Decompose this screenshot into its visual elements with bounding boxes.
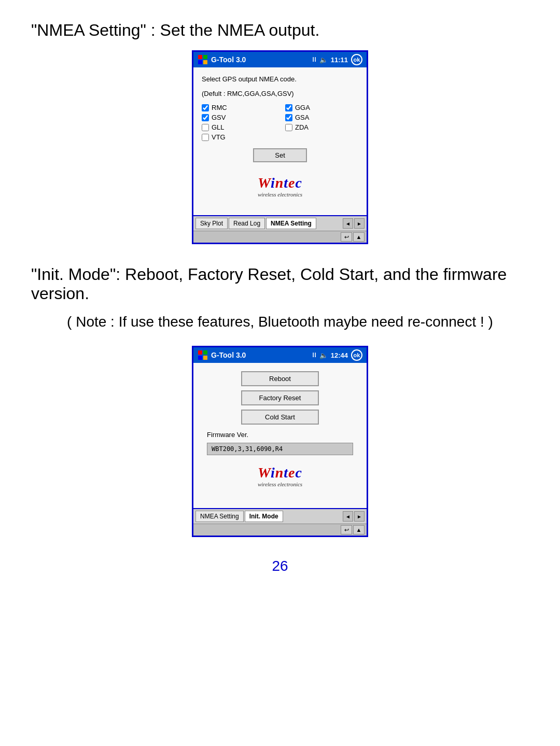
cold-start-button[interactable]: Cold Start <box>241 410 319 425</box>
tab-nav-1: ◄ ► <box>343 218 365 229</box>
svg-rect-0 <box>198 55 202 59</box>
wintec-logo-1: Wintec wireless electronics <box>258 175 302 198</box>
checkbox-vtg-input[interactable] <box>202 134 209 141</box>
svg-rect-4 <box>198 350 202 355</box>
logo-container-2: Wintec wireless electronics <box>258 459 302 492</box>
checkbox-gga[interactable]: GGA <box>285 104 358 111</box>
section1-device: G-Tool 3.0 ⁞⁞ 🔈 11:11 ok Select GPS outp… <box>31 50 529 244</box>
tab-bar-1: Sky Plot Read Log NMEA Setting ◄ ► <box>193 215 367 231</box>
title-bar-left-1: G-Tool 3.0 <box>198 54 246 65</box>
i-letter: i <box>271 175 275 191</box>
checkbox-gll-input[interactable] <box>202 124 209 131</box>
checkbox-gsa[interactable]: GSA <box>285 114 358 121</box>
reboot-button[interactable]: Reboot <box>241 371 319 386</box>
tab-bar-2: NMEA Setting Init. Mode ◄ ► <box>193 508 367 524</box>
checkbox-gsv-label: GSV <box>212 114 226 121</box>
c-letter: c <box>296 175 302 191</box>
checkbox-vtg[interactable]: VTG <box>202 133 275 141</box>
signal-icon: ⁞⁞ <box>312 56 316 63</box>
title-bar-1: G-Tool 3.0 ⁞⁞ 🔈 11:11 ok <box>193 52 367 67</box>
checkbox-gga-input[interactable] <box>285 104 292 111</box>
checkbox-rmc-input[interactable] <box>202 104 209 111</box>
ok-badge-2[interactable]: ok <box>351 349 362 361</box>
tab-nmea-setting[interactable]: NMEA Setting <box>266 218 316 229</box>
set-button-container: Set <box>202 148 358 162</box>
e-letter-2: e <box>288 465 295 481</box>
signal-icon-2: ⁞⁞ <box>312 351 316 359</box>
time-display-2: 12:44 <box>331 351 348 359</box>
factory-reset-button[interactable]: Factory Reset <box>241 390 319 405</box>
app-title-1: G-Tool 3.0 <box>211 55 246 64</box>
svg-rect-5 <box>203 350 207 355</box>
ok-badge-1[interactable]: ok <box>351 54 362 65</box>
title-bar-right-1: ⁞⁞ 🔈 11:11 ok <box>312 54 362 65</box>
init-window: G-Tool 3.0 ⁞⁞ 🔈 12:44 ok Reboot Factory … <box>192 346 368 537</box>
section1-label: "NMEA Setting" : Set the NMEA output. <box>31 21 529 40</box>
desc-line2: (Defult : RMC,GGA,GSA,GSV) <box>202 89 358 98</box>
checkbox-vtg-label: VTG <box>212 133 226 141</box>
init-content: Reboot Factory Reset Cold Start Firmware… <box>193 363 367 508</box>
wintec-main-1: Wintec <box>258 175 302 191</box>
svg-rect-6 <box>198 356 202 360</box>
checkbox-gsa-label: GSA <box>295 114 309 121</box>
checkbox-gsv-input[interactable] <box>202 114 209 121</box>
title-bar-left-2: G-Tool 3.0 <box>198 350 246 360</box>
up-btn-2[interactable]: ▲ <box>353 525 365 534</box>
checkbox-rmc[interactable]: RMC <box>202 104 275 111</box>
tab-nmea-setting-2[interactable]: NMEA Setting <box>195 511 244 522</box>
title-bar-2: G-Tool 3.0 ⁞⁞ 🔈 12:44 ok <box>193 347 367 363</box>
n-letter-2: n <box>275 465 284 481</box>
back-btn-1[interactable]: ↩ <box>341 232 352 242</box>
set-button[interactable]: Set <box>253 148 307 162</box>
tab-nav-2: ◄ ► <box>343 511 365 522</box>
wintec-main-2: Wintec <box>258 465 302 481</box>
section2-note: ( Note : If use these features, Bluetoot… <box>31 314 529 330</box>
svg-rect-1 <box>203 55 207 59</box>
wintec-sub-1: wireless electronics <box>258 191 302 198</box>
wintec-logo-2: Wintec wireless electronics <box>258 465 302 487</box>
svg-rect-3 <box>203 60 207 64</box>
page-number: 26 <box>31 558 529 574</box>
up-btn-1[interactable]: ▲ <box>353 232 365 242</box>
app-title-2: G-Tool 3.0 <box>211 351 246 359</box>
section2-label: "Init. Mode": Reboot, Factory Reset, Col… <box>31 265 529 303</box>
w-letter-2: W <box>258 465 271 481</box>
title-bar-right-2: ⁞⁞ 🔈 12:44 ok <box>312 349 362 361</box>
checkbox-gsv[interactable]: GSV <box>202 114 275 121</box>
checkbox-gsa-input[interactable] <box>285 114 292 121</box>
windows-logo-icon <box>198 54 208 65</box>
checkbox-gll-label: GLL <box>212 123 225 131</box>
volume-icon-2: 🔈 <box>319 351 328 359</box>
firmware-value: WBT200,3,31,6090,R4 <box>207 443 353 455</box>
nav-next-2[interactable]: ► <box>354 511 365 522</box>
bottom-bar-1: ↩ ▲ <box>193 231 367 243</box>
nav-prev-1[interactable]: ◄ <box>343 218 353 229</box>
checkbox-zda-input[interactable] <box>285 124 292 131</box>
w-letter: W <box>258 175 271 191</box>
desc-line1: Select GPS output NMEA code. <box>202 75 358 84</box>
t-letter-2: t <box>284 465 288 481</box>
tab-read-log[interactable]: Read Log <box>229 218 265 229</box>
i-letter-2: i <box>271 465 275 481</box>
back-btn-2[interactable]: ↩ <box>341 525 352 534</box>
bottom-bar-2: ↩ ▲ <box>193 524 367 536</box>
n-letter: n <box>275 175 284 191</box>
section2-device: G-Tool 3.0 ⁞⁞ 🔈 12:44 ok Reboot Factory … <box>31 346 529 537</box>
t-letter: t <box>284 175 288 191</box>
checkbox-rmc-label: RMC <box>212 104 227 111</box>
checkbox-grid: RMC GGA GSV GSA GLL <box>202 104 358 141</box>
checkbox-gll[interactable]: GLL <box>202 123 275 131</box>
checkbox-gga-label: GGA <box>295 104 310 111</box>
svg-rect-2 <box>198 60 202 64</box>
time-display-1: 11:11 <box>331 56 348 64</box>
nmea-window: G-Tool 3.0 ⁞⁞ 🔈 11:11 ok Select GPS outp… <box>192 50 368 244</box>
nmea-content: Select GPS output NMEA code. (Defult : R… <box>193 67 367 215</box>
checkbox-zda[interactable]: ZDA <box>285 123 358 131</box>
checkbox-zda-label: ZDA <box>295 123 309 131</box>
nav-prev-2[interactable]: ◄ <box>343 511 353 522</box>
nav-next-1[interactable]: ► <box>354 218 365 229</box>
tab-sky-plot[interactable]: Sky Plot <box>195 218 228 229</box>
c-letter-2: c <box>296 465 302 481</box>
tab-init-mode[interactable]: Init. Mode <box>245 511 283 522</box>
svg-rect-7 <box>203 356 207 360</box>
